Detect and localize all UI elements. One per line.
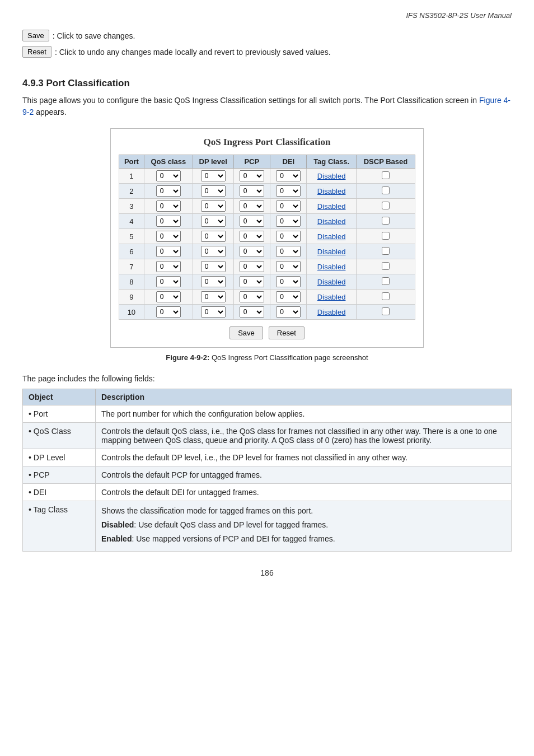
dp-level-select[interactable]: 0123 [201,231,226,242]
dp-level-select[interactable]: 0123 [201,200,226,212]
desc-table-row: • PortThe port number for which the conf… [23,405,512,423]
dei-select[interactable]: 01 [276,291,301,302]
dei-select[interactable]: 01 [276,185,301,197]
tag-class-link[interactable]: Disabled [317,263,346,271]
description-cell: Controls the default PCP for untagged fr… [96,466,512,484]
save-description: : Click to save changes. [53,31,135,40]
dei-select[interactable]: 01 [276,306,301,318]
port-cell: 3 [119,199,144,214]
pcp-select[interactable]: 01234567 [240,185,264,197]
dscp-checkbox[interactable] [382,217,390,225]
qos-class-select[interactable]: 01234567 [156,231,181,242]
qos-save-button[interactable]: Save [229,326,263,339]
dp-level-select[interactable]: 0123 [201,291,226,302]
desc-table-header: Object Description [23,389,512,405]
tag-class-link[interactable]: Disabled [317,202,346,211]
qos-class-select[interactable]: 01234567 [156,306,181,318]
qos-class-select[interactable]: 01234567 [156,170,181,181]
dp-level-select[interactable]: 0123 [201,185,226,197]
qos-class-select[interactable]: 01234567 [156,185,181,197]
table-row: 100123456701230123456701Disabled [119,305,415,320]
qos-class-select[interactable]: 01234567 [156,216,181,227]
pcp-select[interactable]: 01234567 [240,306,264,318]
table-row: 70123456701230123456701Disabled [119,259,415,274]
dscp-checkbox[interactable] [382,292,390,300]
save-button[interactable]: Save [22,30,49,41]
col-object: Object [23,389,96,405]
col-dp-level: DP level [193,155,233,169]
pcp-select[interactable]: 01234567 [240,231,264,242]
reset-description: : Click to undo any changes made locally… [55,48,331,57]
dscp-checkbox[interactable] [382,202,390,209]
col-pcp: PCP [233,155,270,169]
table-row: 60123456701230123456701Disabled [119,244,415,259]
desc-table-row: • QoS ClassControls the default QoS clas… [23,423,512,449]
dei-select[interactable]: 01 [276,200,301,212]
col-qos-class: QoS class [144,155,193,169]
dei-select[interactable]: 01 [276,276,301,287]
tag-class-link[interactable]: Disabled [317,308,346,316]
tag-class-link[interactable]: Disabled [317,248,346,256]
pcp-select[interactable]: 01234567 [240,291,264,302]
desc-table-row: • Tag ClassShows the classification mode… [23,501,512,552]
pcp-select[interactable]: 01234567 [240,216,264,227]
qos-class-select[interactable]: 01234567 [156,276,181,287]
dei-select[interactable]: 01 [276,246,301,257]
qos-class-select[interactable]: 01234567 [156,200,181,212]
dp-level-select[interactable]: 0123 [201,246,226,257]
port-cell: 1 [119,169,144,184]
port-cell: 5 [119,229,144,244]
pcp-select[interactable]: 01234567 [240,276,264,287]
table-row: 80123456701230123456701Disabled [119,274,415,290]
dscp-checkbox[interactable] [382,171,390,179]
dscp-checkbox[interactable] [382,247,390,255]
qos-class-select[interactable]: 01234567 [156,291,181,302]
tag-class-link[interactable]: Disabled [317,293,346,301]
page-number: 186 [22,568,512,577]
object-cell: • DP Level [23,449,96,466]
dei-select[interactable]: 01 [276,261,301,272]
reset-button[interactable]: Reset [22,46,51,58]
qos-class-select[interactable]: 01234567 [156,261,181,272]
object-cell: • Port [23,405,96,423]
desc-table-row: • PCPControls the default PCP for untagg… [23,466,512,484]
col-dei: DEI [270,155,307,169]
section-title: 4.9.3 Port Classification [22,78,512,89]
tag-class-link[interactable]: Disabled [317,187,346,195]
dp-level-select[interactable]: 0123 [201,216,226,227]
qos-table: Port QoS class DP level PCP DEI Tag Clas… [119,155,415,320]
dp-level-select[interactable]: 0123 [201,276,226,287]
dei-select[interactable]: 01 [276,231,301,242]
qos-class-select[interactable]: 01234567 [156,246,181,257]
qos-reset-button[interactable]: Reset [269,326,305,339]
dscp-checkbox[interactable] [382,277,390,285]
port-cell: 8 [119,274,144,290]
save-row: Save : Click to save changes. [22,30,512,41]
tag-class-link[interactable]: Disabled [317,172,346,180]
dp-level-select[interactable]: 0123 [201,170,226,181]
description-cell: Controls the default DP level, i.e., the… [96,449,512,466]
pcp-select[interactable]: 01234567 [240,200,264,212]
port-cell: 9 [119,290,144,305]
fields-intro: The page includes the following fields: [22,374,512,383]
dscp-checkbox[interactable] [382,262,390,270]
dei-select[interactable]: 01 [276,216,301,227]
tag-class-link[interactable]: Disabled [317,217,346,226]
dei-select[interactable]: 01 [276,170,301,181]
port-cell: 4 [119,214,144,229]
pcp-select[interactable]: 01234567 [240,261,264,272]
dscp-checkbox[interactable] [382,232,390,240]
object-cell: • Tag Class [23,501,96,552]
dp-level-select[interactable]: 0123 [201,261,226,272]
dscp-checkbox[interactable] [382,186,390,194]
section-intro: This page allows you to configure the ba… [22,95,512,118]
pcp-select[interactable]: 01234567 [240,246,264,257]
pcp-select[interactable]: 01234567 [240,170,264,181]
dscp-checkbox[interactable] [382,307,390,315]
description-table: Object Description • PortThe port number… [22,389,512,552]
port-cell: 7 [119,259,144,274]
tag-class-link[interactable]: Disabled [317,278,346,286]
dp-level-select[interactable]: 0123 [201,306,226,318]
tag-class-link[interactable]: Disabled [317,232,346,241]
object-cell: • DEI [23,484,96,501]
